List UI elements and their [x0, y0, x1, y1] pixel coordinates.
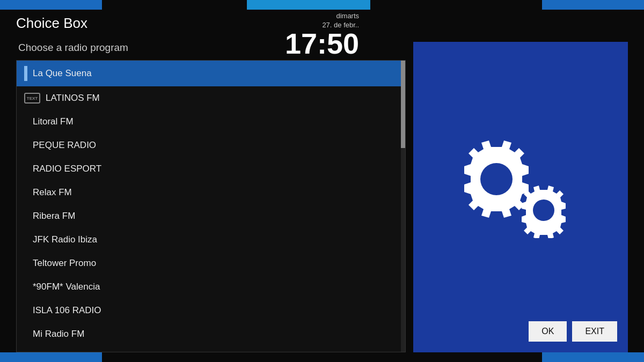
list-item[interactable]: TOPTURIA	[17, 346, 405, 352]
list-item-label: ISLA 106 RADIO	[33, 305, 101, 316]
scrollbar-thumb	[401, 61, 405, 148]
list-item[interactable]: Teltower Promo	[17, 252, 405, 275]
day-label: dimarts	[336, 12, 359, 20]
list-item[interactable]: Relax FM	[17, 181, 405, 204]
top-bar-left	[0, 0, 102, 10]
list-item-label: Ribera FM	[33, 211, 75, 221]
gears-icon	[459, 131, 582, 238]
list-item[interactable]: RADIO ESPORT	[17, 157, 405, 181]
list-item-label: Teltower Promo	[33, 258, 96, 269]
list-item-label: RADIO ESPORT	[33, 164, 101, 174]
text-badge: TEXT	[24, 93, 40, 104]
list-item-label: LATINOS FM	[46, 93, 100, 104]
list-panel: Choose a radio program La Que SuenaTEXTL…	[16, 42, 406, 352]
preview-buttons: OK EXIT	[529, 321, 617, 342]
list-items: La Que SuenaTEXTLATINOS FMLitoral FMPEQU…	[17, 61, 405, 352]
page-title: Choice Box	[16, 15, 87, 32]
main-content: Choose a radio program La Que SuenaTEXTL…	[16, 42, 628, 352]
list-item-label: JFK Radio Ibiza	[33, 234, 97, 245]
top-bar-center	[247, 0, 370, 10]
exit-button[interactable]: EXIT	[572, 321, 617, 342]
list-item-label: La Que Suena	[33, 68, 92, 79]
list-item[interactable]: PEQUE RADIO	[17, 134, 405, 157]
list-container: La Que SuenaTEXTLATINOS FMLitoral FMPEQU…	[16, 60, 406, 352]
list-subtitle: Choose a radio program	[16, 42, 406, 54]
list-item[interactable]: Mi Radio FM	[17, 322, 405, 346]
list-item[interactable]: La Que Suena	[17, 61, 405, 86]
item-indicator	[24, 66, 27, 81]
list-item-label: *90FM* Valencia	[33, 282, 100, 292]
list-item[interactable]: Litoral FM	[17, 110, 405, 134]
list-item-label: Mi Radio FM	[33, 329, 84, 339]
list-item[interactable]: TEXTLATINOS FM	[17, 86, 405, 110]
list-item-label: PEQUE RADIO	[33, 140, 96, 151]
list-item[interactable]: JFK Radio Ibiza	[17, 228, 405, 252]
list-item-label: Relax FM	[33, 187, 72, 198]
list-item[interactable]: Ribera FM	[17, 204, 405, 228]
ok-button[interactable]: OK	[529, 321, 567, 342]
bottom-bar-left	[0, 352, 102, 362]
list-item[interactable]: ISLA 106 RADIO	[17, 299, 405, 322]
top-bar-right	[542, 0, 644, 10]
preview-panel: OK EXIT	[413, 42, 628, 352]
list-item-label: Litoral FM	[33, 116, 74, 127]
list-item[interactable]: *90FM* Valencia	[17, 275, 405, 299]
bottom-bar-right	[542, 352, 644, 362]
scrollbar[interactable]	[401, 61, 405, 352]
preview-icon-area	[424, 53, 617, 316]
